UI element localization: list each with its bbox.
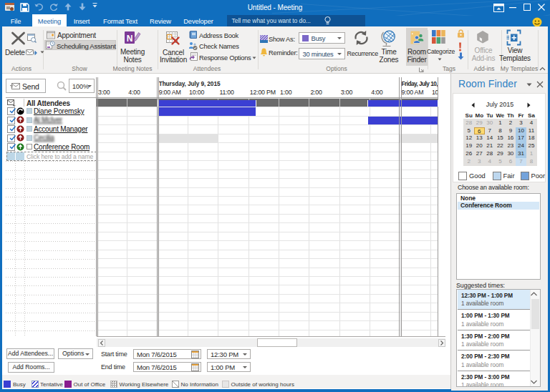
availability-swatch-good [458, 172, 467, 180]
row-gridline [97, 170, 438, 170]
calendar-day[interactable]: 2 [506, 119, 516, 127]
calendar-day[interactable]: 19 [463, 142, 474, 150]
availability-label-good: Good [469, 172, 486, 180]
room-list[interactable]: NoneConference Room [456, 193, 541, 280]
calendar-dow-tu: Tu [485, 112, 496, 119]
suggested-times-list[interactable]: 12:30 PM - 1:00 PM1 available room1:00 P… [456, 289, 541, 388]
calendar-day[interactable]: 5 [463, 127, 474, 135]
calendar-day[interactable]: 13 [474, 134, 485, 142]
calendar-day[interactable]: 1 [495, 119, 506, 127]
calendar-day[interactable]: 9 [506, 127, 516, 135]
suggested-time-rooms: 1 available room [461, 381, 503, 387]
calendar-day[interactable]: 8 [495, 127, 506, 135]
attendee-checkbox[interactable] [7, 117, 15, 124]
attendee-name[interactable]: Al McIver [34, 116, 62, 124]
window-border-bottom [0, 389, 451, 392]
calendar-day[interactable]: 30 [506, 150, 516, 158]
calendar-picker-icon[interactable] [191, 351, 199, 358]
grid-right-border [438, 77, 438, 336]
calendar-day[interactable]: 2 [463, 158, 474, 166]
panel-close-icon[interactable] [536, 81, 544, 88]
scroll-down-icon[interactable] [531, 377, 540, 386]
calendar-day[interactable]: 3 [516, 119, 526, 127]
end-date-field[interactable]: Mon 7/6/2015 [133, 362, 201, 372]
calendar-day[interactable]: 20 [474, 142, 485, 150]
attendee-name[interactable]: Cecilia [34, 134, 54, 142]
calendar-day[interactable]: 1 [526, 150, 537, 158]
end-time-field[interactable]: 1:00 PM [207, 362, 251, 372]
attendee-checkbox[interactable] [7, 125, 15, 133]
row-gridline [97, 276, 438, 277]
calendar-day[interactable]: 15 [495, 134, 506, 142]
calendar-day[interactable]: 7 [516, 158, 526, 166]
calendar-day[interactable]: 22 [495, 142, 506, 150]
row-gridline [97, 152, 438, 152]
legend-swatch-outside [222, 381, 229, 388]
suggested-time-item[interactable]: 12:30 PM - 1:00 PM1 available room [458, 290, 531, 310]
calendar-day[interactable]: 21 [485, 142, 496, 150]
calendar-day[interactable]: 17 [516, 134, 526, 142]
suggested-time-item[interactable]: 1:30 PM - 2:00 PM1 available room [458, 330, 531, 351]
calendar-day[interactable]: 29 [474, 119, 485, 127]
calendar-picker-icon[interactable] [191, 363, 199, 371]
day-divider [97, 77, 98, 336]
h-scroll-left-button[interactable] [98, 339, 105, 347]
suggested-time-item[interactable]: 2:30 PM - 3:00 PM1 available room [458, 371, 531, 387]
room-list-item[interactable]: Conference Room [458, 202, 539, 209]
h-scroll-right-button[interactable] [438, 339, 445, 347]
calendar-day[interactable]: 8 [526, 158, 537, 166]
calendar-day[interactable]: 18 [526, 134, 537, 142]
h-scroll-thumb[interactable] [257, 338, 297, 347]
calendar-day[interactable]: 14 [485, 134, 496, 142]
calendar-day[interactable]: 5 [495, 158, 506, 166]
calendar-day[interactable]: 6 [474, 127, 485, 135]
start-time-field[interactable]: 12:30 PM [207, 349, 251, 359]
attendee-checkbox[interactable] [7, 107, 15, 115]
calendar-day[interactable]: 10 [516, 127, 526, 135]
calendar-day[interactable]: 24 [516, 142, 526, 150]
start-date-field[interactable]: Mon 7/6/2015 [133, 349, 201, 359]
calendar-day[interactable]: 23 [506, 142, 516, 150]
calendar-month-label: July 2015 [453, 101, 546, 108]
attendee-name[interactable]: Diane Poremsky [34, 107, 85, 115]
empty-row-dashed [6, 330, 97, 331]
calendar-day[interactable]: 31 [516, 150, 526, 158]
calendar-day[interactable]: 28 [463, 119, 474, 127]
attendee-row: Cecilia [0, 134, 97, 142]
add-attendees-button[interactable]: Add Attendees... [6, 348, 54, 359]
options-button[interactable]: Options [58, 348, 93, 359]
outlook-meeting-window: Untitled - Meeting FileMeetingInsertForm… [0, 0, 550, 392]
calendar-day[interactable]: 12 [463, 134, 474, 142]
category-square [26, 117, 32, 123]
calendar-day[interactable]: 6 [506, 158, 516, 166]
add-rooms-button[interactable]: Add Rooms... [8, 362, 54, 373]
calendar-day[interactable]: 30 [485, 119, 496, 127]
legend-swatch-busy [4, 381, 11, 388]
calendar-day[interactable]: 25 [526, 142, 537, 150]
calendar-day[interactable]: 29 [495, 150, 506, 158]
calendar-day[interactable]: 4 [526, 119, 537, 127]
add-attendee-row[interactable]: Click here to add a name [0, 152, 97, 161]
scroll-up-icon[interactable] [531, 290, 540, 299]
allattendees-tick [309, 99, 309, 107]
suggested-time-item[interactable]: 1:00 PM - 1:30 PM1 available room [458, 310, 531, 330]
attendee-checkbox[interactable] [7, 143, 15, 151]
suggested-time-item[interactable]: 2:00 PM - 2:30 PM1 available room [458, 351, 531, 371]
calendar-day[interactable]: 28 [485, 150, 496, 158]
attendee-name[interactable]: Account Manager [34, 125, 87, 133]
calendar-day[interactable]: 7 [485, 127, 496, 135]
panel-menu-caret-icon[interactable] [526, 83, 532, 87]
calendar-day[interactable]: 11 [526, 127, 537, 135]
suggested-scrollbar[interactable] [530, 290, 540, 387]
calendar-day[interactable]: 27 [474, 150, 485, 158]
empty-row-dashed [6, 268, 97, 269]
attendee-name[interactable]: Conference Room [34, 143, 90, 151]
attendee-checkbox[interactable] [7, 134, 15, 142]
room-list-item[interactable]: None [458, 195, 539, 202]
date-picker: July 2015SuMoTuWeThFrSa28293012345678910… [453, 93, 546, 182]
calendar-day[interactable]: 4 [485, 158, 496, 166]
calendar-day[interactable]: 26 [463, 150, 474, 158]
scroll-thumb[interactable] [531, 299, 539, 329]
calendar-day[interactable]: 16 [506, 134, 516, 142]
calendar-day[interactable]: 3 [474, 158, 485, 166]
